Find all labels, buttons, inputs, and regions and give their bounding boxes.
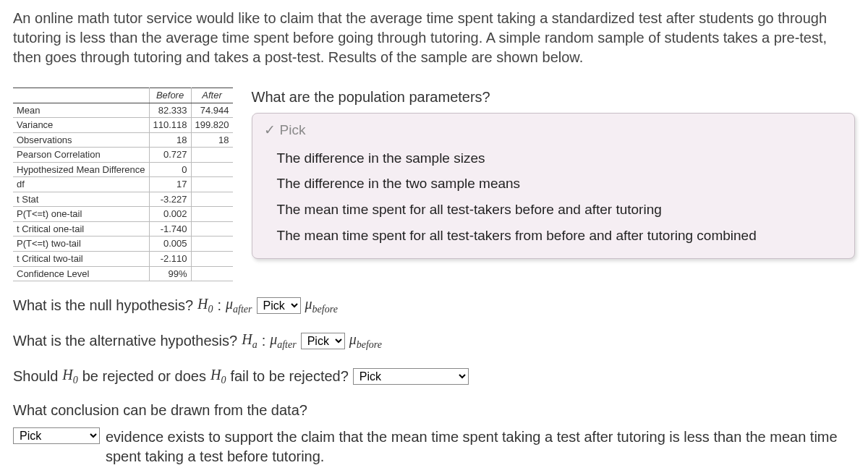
cell: 0.727	[149, 148, 191, 163]
math-mu-after: μafter	[226, 294, 252, 317]
dropdown-option[interactable]: The mean time spent for all test-takers …	[264, 197, 843, 223]
cell: -1.740	[149, 221, 191, 236]
row-label: Observations	[13, 132, 149, 148]
cell	[191, 192, 233, 207]
cell	[191, 148, 233, 163]
cell: 17	[149, 177, 191, 192]
pick-label: Pick	[280, 122, 306, 137]
cell: 199.820	[191, 118, 233, 133]
math-H0: H0	[62, 365, 77, 388]
math-mu-after: μafter	[270, 330, 297, 352]
question-alt-hypothesis: What is the alternative hypothesis? Ha :…	[13, 330, 855, 352]
check-icon: ✓	[264, 122, 276, 137]
dropdown-option[interactable]: The difference in the sample sizes	[264, 145, 843, 171]
table-row: Variance110.118199.820	[13, 118, 233, 133]
cell: 18	[149, 132, 191, 148]
conclusion-text: evidence exists to support the claim tha…	[106, 427, 855, 466]
question-conclusion-title: What conclusion can be drawn from the da…	[13, 401, 855, 420]
question-reject: Should H0 be rejected or does H0 fail to…	[13, 365, 855, 388]
text: fail to be rejected?	[230, 367, 348, 386]
cell	[191, 252, 233, 267]
dropdown-option[interactable]: The difference in the two sample means	[264, 171, 843, 197]
row-label: df	[13, 177, 149, 192]
text: Should	[13, 367, 58, 386]
cell: 110.118	[149, 118, 191, 133]
math-mu-before: μbefore	[305, 294, 338, 317]
table-row: Confidence Level99%	[13, 266, 233, 281]
cell: -3.227	[149, 192, 191, 207]
cell	[191, 221, 233, 236]
text: What is the null hypothesis?	[13, 296, 193, 315]
cell: 18	[191, 132, 233, 148]
cell	[191, 162, 233, 177]
row-label: P(T<=t) one-tail	[13, 207, 149, 222]
math-H0: H0	[197, 294, 213, 317]
row-label: t Critical one-tail	[13, 221, 149, 236]
cell: 0.005	[149, 236, 191, 252]
cell: 0	[149, 162, 191, 177]
cell	[191, 266, 233, 281]
table-row: Observations1818	[13, 132, 233, 148]
table-row: t Stat-3.227	[13, 192, 233, 207]
math-H0: H0	[210, 365, 226, 388]
row-label: t Stat	[13, 192, 149, 207]
th-after: After	[191, 88, 233, 103]
cell: -2.110	[149, 252, 191, 267]
text: :	[217, 296, 221, 315]
cell	[191, 177, 233, 192]
dropdown-options-panel[interactable]: ✓Pick The difference in the sample sizes…	[252, 113, 855, 259]
stats-table: Before After Mean82.33374.944 Variance11…	[13, 88, 233, 281]
math-Ha: Ha	[242, 330, 257, 352]
null-relation-select[interactable]: Pick	[257, 297, 301, 314]
cell	[191, 207, 233, 222]
row-label: Pearson Correlation	[13, 148, 149, 163]
th-before: Before	[149, 88, 191, 103]
question-population-parameters: What are the population parameters?	[252, 88, 855, 107]
alt-relation-select[interactable]: Pick	[301, 333, 345, 349]
cell: 99%	[149, 266, 191, 281]
cell: 82.333	[149, 103, 191, 118]
text: :	[262, 331, 266, 351]
cell	[191, 236, 233, 252]
reject-select[interactable]: Pick	[353, 368, 469, 385]
table-row: Pearson Correlation0.727	[13, 148, 233, 163]
text: be rejected or does	[82, 367, 206, 386]
text: What is the alternative hypothesis?	[13, 331, 237, 351]
table-row: t Critical one-tail-1.740	[13, 221, 233, 236]
question-null-hypothesis: What is the null hypothesis? H0 : μafter…	[13, 294, 855, 317]
row-label: Variance	[13, 118, 149, 133]
table-row: P(T<=t) one-tail0.002	[13, 207, 233, 222]
row-label: P(T<=t) two-tail	[13, 236, 149, 252]
row-label: t Critical two-tail	[13, 252, 149, 267]
dropdown-option[interactable]: The mean time spent for all test-takers …	[264, 223, 843, 249]
math-mu-before: μbefore	[349, 330, 382, 352]
row-label: Mean	[13, 103, 149, 118]
th-blank	[13, 88, 149, 103]
dropdown-current[interactable]: ✓Pick	[264, 121, 843, 140]
table-row: Hypothesized Mean Difference0	[13, 162, 233, 177]
problem-intro: An online math tutor service would like …	[13, 9, 855, 67]
row-label: Hypothesized Mean Difference	[13, 162, 149, 177]
conclusion-select[interactable]: Pick	[13, 427, 100, 444]
table-row: t Critical two-tail-2.110	[13, 252, 233, 267]
table-row: Mean82.33374.944	[13, 103, 233, 118]
row-label: Confidence Level	[13, 266, 149, 281]
cell: 0.002	[149, 207, 191, 222]
table-row: P(T<=t) two-tail0.005	[13, 236, 233, 252]
cell: 74.944	[191, 103, 233, 118]
table-row: df17	[13, 177, 233, 192]
question-conclusion: Pick evidence exists to support the clai…	[13, 427, 855, 466]
